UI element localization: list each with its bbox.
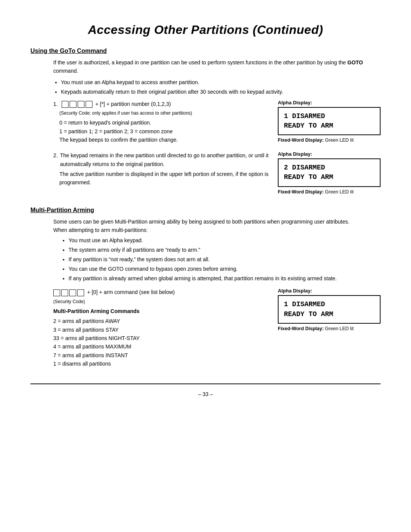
arming-prefix-row: + [0] + arm command (see list below) [53,288,270,296]
multi-intro-line1: Some users can be given Multi-Partition … [53,217,381,226]
goto-bullet-2: Keypads automatically return to their or… [61,88,381,96]
step2-display-box: 2 DISARMED READY TO ARM [278,158,381,187]
code-box-3 [78,101,84,108]
arming-code-box-2 [61,289,68,296]
arming-cmd-1: 2 = arms all partitions AWAY [53,317,270,325]
multi-bullet-3: If any partition is “not ready,” the sys… [68,256,381,264]
arming-cmd-3: 33 = arms all partitions NIGHT-STAY [53,334,270,342]
arming-left: + [0] + arm command (see list below) (Se… [53,288,270,368]
step1-left: 1. + [*] + partition number (0,1,2,3) (S… [53,100,270,144]
arming-right: Alpha Display: 1 DISARMED READY TO ARM F… [278,288,381,335]
step2-display-line2: READY TO ARM [284,173,374,182]
step2-num-row: 2. The keypad remains in the new partiti… [53,151,270,168]
step2-fixed-label: Fixed-Word Display: Green LED lit [278,189,381,195]
goto-intro: If the user is authorized, a keypad in o… [53,58,381,75]
intro-text-prefix: If the user is authorized, a keypad in o… [53,59,347,66]
multi-partition-heading: Multi-Partition Arming [30,207,381,214]
step1-line2: 1 = partition 1; 2 = partition 2; 3 = co… [59,127,270,136]
code-box-4 [86,101,92,108]
arming-alpha-label: Alpha Display: [278,288,381,294]
step2-display-line1: 2 DISARMED [284,163,374,173]
step1-alpha-label: Alpha Display: [278,100,381,105]
step1-line3: The keypad beeps to confirm the partitio… [59,136,270,144]
arming-cmd-5: 7 = arms all partitions INSTANT [53,351,270,359]
step1-fixed-label: Fixed-Word Display: Green LED lit [278,137,381,143]
multi-bullet-1: You must use an Alpha keypad. [68,236,381,244]
multi-bullet-5: If any partition is already armed when g… [68,275,381,283]
arming-fixed-bold: Fixed-Word Display: [278,326,324,331]
step2-line2: The active partition number is displayed… [59,170,270,187]
arming-cmd-4: 4 = arms all partitions MAXIMUM [53,342,270,351]
multi-partition-intro: Some users can be given Multi-Partition … [53,217,381,235]
code-box-2 [70,101,76,108]
step2-num: 2. [53,151,58,160]
step1-line1: 0 = return to keypad's original partitio… [59,118,270,127]
step1-heading-row: 1. + [*] + partition number (0,1,2,3) [53,100,270,108]
step1-right: Alpha Display: 1 DISARMED READY TO ARM F… [278,100,381,147]
footer-page-number: – 33 – [30,391,381,397]
arming-cmd-2: 3 = arms all partitions STAY [53,326,270,334]
step1-fixed-value: Green LED lit [325,137,354,143]
step2-container: 2. The keypad remains in the new partiti… [53,151,381,199]
arming-code-boxes [53,289,84,296]
goto-bullet-list: You must use an Alpha keypad to access a… [61,78,381,96]
arming-display-line1: 1 DISARMED [284,300,374,309]
multi-bullets-container: You must use an Alpha keypad. The system… [61,236,381,283]
code-box-1 [62,101,68,108]
step2-line1: The keypad remains in the new partition … [60,151,270,168]
step1-display-line1: 1 DISARMED [284,112,374,121]
page-title: Accessing Other Partitions (Continued) [30,23,381,37]
arming-commands-heading: Multi-Partition Arming Commands [53,307,270,315]
step2-left: 2. The keypad remains in the new partiti… [53,151,270,187]
section-goto: Using the GoTo Command If the user is au… [30,48,381,199]
goto-heading: Using the GoTo Command [30,48,381,54]
step1-display-line2: READY TO ARM [284,121,374,131]
arming-cmd-row: + [0] + arm command (see list below) (Se… [53,288,381,368]
arming-prefix: + [0] + arm command (see list below) [87,289,175,295]
intro-text-end: command. [53,68,78,74]
step2-fixed-value: Green LED lit [325,189,354,195]
multi-bullet-4: You can use the GOTO command to bypass o… [68,265,381,273]
intro-goto-bold: GOTO [347,59,363,66]
page-footer: – 33 – [30,383,381,397]
arming-note: (Security Code) [53,298,270,305]
step1-display-box: 1 DISARMED READY TO ARM [278,107,381,135]
multi-intro-line2: When attempting to arm multi-partitions: [53,226,381,234]
arming-display-line2: READY TO ARM [284,310,374,319]
arming-cmd-6: 1 = disarms all partitions [53,359,270,368]
step1-fixed-bold: Fixed-Word Display: [278,137,324,143]
arming-code-box-3 [69,289,76,296]
step1-container: 1. + [*] + partition number (0,1,2,3) (S… [53,100,381,147]
arming-fixed-value: Green LED lit [325,326,354,331]
arming-display-box: 1 DISARMED READY TO ARM [278,295,381,323]
step1-note: (Security Code; only applies if user has… [59,110,270,117]
step2-fixed-bold: Fixed-Word Display: [278,189,324,195]
arming-fixed-label: Fixed-Word Display: Green LED lit [278,326,381,331]
step2-right: Alpha Display: 2 DISARMED READY TO ARM F… [278,151,381,199]
goto-bullet-1: You must use an Alpha keypad to access a… [61,78,381,86]
step1-num: 1. [53,101,58,107]
multi-bullet-list: You must use an Alpha keypad. The system… [68,236,381,283]
multi-bullet-2: The system arms only if all partitions a… [68,246,381,254]
arming-code-box-1 [53,289,60,296]
step1-code-boxes [62,101,92,108]
arming-code-box-4 [77,289,84,296]
step1-prefix: + [*] + partition number (0,1,2,3) [95,101,170,107]
step2-alpha-label: Alpha Display: [278,151,381,157]
step2-lines: The keypad remains in the new partition … [60,151,270,168]
goto-bullets-container: You must use an Alpha keypad to access a… [53,78,381,96]
section-multi-partition: Multi-Partition Arming Some users can be… [30,207,381,368]
